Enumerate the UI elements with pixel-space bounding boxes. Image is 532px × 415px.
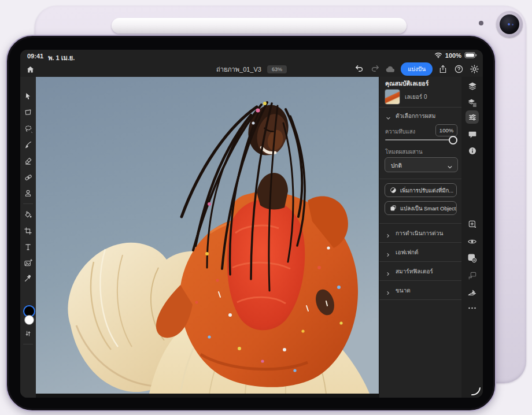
clipping-mask-icon[interactable] xyxy=(466,269,479,282)
eyedropper-tool-icon[interactable] xyxy=(21,272,35,285)
layer-filter-icon[interactable] xyxy=(466,96,479,109)
layer-properties-panel: คุณสมบัติเลเยอร์ เลเยอร์ 0 ตัวเลือกการผส… xyxy=(379,77,462,398)
clone-stamp-tool-icon[interactable] xyxy=(21,187,35,200)
move-tool-icon[interactable] xyxy=(21,90,35,103)
visibility-eye-icon[interactable] xyxy=(466,235,479,248)
type-tool-icon[interactable] xyxy=(21,240,35,254)
share-button[interactable]: แบ่งปัน xyxy=(401,62,433,76)
chevron-down-icon[interactable] xyxy=(386,113,391,123)
layer-thumbnail[interactable] xyxy=(385,89,400,105)
chevron-right-icon xyxy=(386,249,390,260)
opacity-label: ความทึบแสง xyxy=(385,127,415,136)
comments-icon[interactable] xyxy=(466,128,479,141)
place-photo-tool-icon[interactable] xyxy=(21,256,35,269)
battery-icon xyxy=(464,52,477,60)
info-icon[interactable] xyxy=(466,144,479,157)
eraser-tool-icon[interactable] xyxy=(21,154,35,168)
zoom-level-badge[interactable]: 63% xyxy=(267,65,287,73)
blend-mode-dropdown[interactable]: ปกติ xyxy=(385,157,458,172)
adjustment-icon xyxy=(390,187,397,194)
layer-name: เลเยอร์ 0 xyxy=(405,92,427,101)
add-adjustment-button[interactable]: เพิ่มการปรับแต่งที่มีก... xyxy=(385,183,457,197)
document-canvas[interactable] xyxy=(36,77,379,398)
brush-tool-icon[interactable] xyxy=(21,138,35,151)
settings-gear-icon[interactable] xyxy=(469,64,479,75)
chevron-right-icon xyxy=(386,287,390,298)
chevron-down-icon xyxy=(447,162,453,172)
marketing-scene: 09:41 พ. 1 เม.ย. 100% xyxy=(0,0,532,415)
undo-button[interactable] xyxy=(354,64,364,75)
blend-mode-value: ปกติ xyxy=(391,161,402,170)
convert-smart-object-button[interactable]: แปลงเป็น Smart Object xyxy=(385,201,457,215)
crop-tool-icon[interactable] xyxy=(21,224,35,238)
section-quick-actions[interactable]: การดำเนินการด่วน xyxy=(379,223,462,242)
document-title: ถ่ายภาพ_01_V3 xyxy=(216,64,261,75)
opacity-slider[interactable] xyxy=(385,139,456,140)
opacity-value-field[interactable]: 100% xyxy=(435,124,457,136)
chevron-right-icon xyxy=(386,230,390,240)
background-color-swatch[interactable] xyxy=(24,315,34,325)
photoshop-app-screen: 09:41 พ. 1 เม.ย. 100% xyxy=(20,50,483,398)
section-size[interactable]: ขนาด xyxy=(379,280,462,299)
cloud-sync-icon[interactable] xyxy=(385,64,396,75)
blend-mode-label: โหมดผสมผสาน xyxy=(385,147,423,156)
add-layer-icon[interactable] xyxy=(466,217,479,231)
layer-properties-icon[interactable] xyxy=(466,110,479,124)
flatten-icon[interactable] xyxy=(466,286,479,299)
swap-colors-icon[interactable] xyxy=(21,327,35,340)
section-effects[interactable]: เอฟเฟกต์ xyxy=(379,242,462,261)
redo-button[interactable] xyxy=(370,64,380,75)
chevron-right-icon xyxy=(386,268,390,279)
healing-tool-icon[interactable] xyxy=(21,171,35,184)
rear-camera-icon xyxy=(496,11,523,38)
section-smart-filters[interactable]: สมาร์ทฟิลเตอร์ xyxy=(379,261,462,280)
help-button[interactable] xyxy=(453,64,464,75)
status-bar: 09:41 พ. 1 เม.ย. 100% xyxy=(20,50,483,61)
layer-mask-icon[interactable] xyxy=(466,251,479,265)
smart-object-icon xyxy=(390,205,397,212)
opacity-slider-knob[interactable] xyxy=(449,136,457,144)
rear-mic-dot xyxy=(479,21,483,25)
wifi-icon xyxy=(434,51,442,60)
transform-tool-icon[interactable] xyxy=(21,106,35,119)
tool-sidebar xyxy=(20,77,36,398)
blend-options-label[interactable]: ตัวเลือกการผสม xyxy=(396,112,435,120)
layer-row[interactable]: เลเยอร์ 0 xyxy=(379,88,462,105)
layers-icon[interactable] xyxy=(466,79,479,92)
more-options-icon[interactable] xyxy=(466,301,479,314)
photo-layer xyxy=(36,77,379,394)
battery-percent: 100% xyxy=(445,52,461,59)
apple-pencil xyxy=(112,18,407,34)
front-ipad: 09:41 พ. 1 เม.ย. 100% xyxy=(6,35,496,412)
panel-title: คุณสมบัติเลเยอร์ xyxy=(385,79,428,88)
fill-tool-icon[interactable] xyxy=(21,208,35,221)
lasso-tool-icon[interactable] xyxy=(21,122,35,135)
home-button[interactable] xyxy=(24,63,36,76)
export-icon[interactable] xyxy=(438,64,448,75)
right-icon-strip xyxy=(461,77,483,398)
top-toolbar: ถ่ายภาพ_01_V3 63% แบ่งปัน xyxy=(20,61,483,77)
